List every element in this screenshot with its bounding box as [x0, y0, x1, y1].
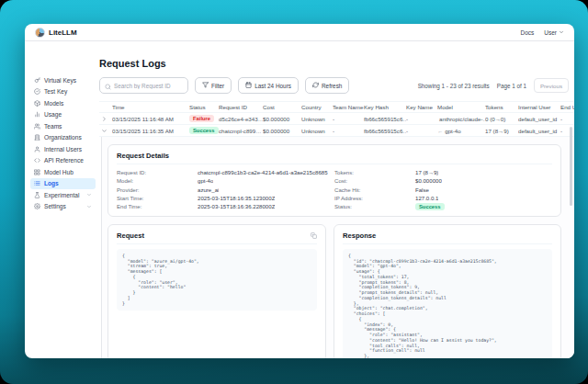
gear-icon [34, 203, 40, 209]
column-header-request-id: Request ID [219, 104, 263, 110]
column-header-model: Model [437, 104, 485, 110]
detail-field: Cost:$0.000000 [334, 177, 552, 184]
cell-team-name: - [333, 128, 364, 134]
column-header-cost: Cost [263, 104, 301, 110]
chevron-down-icon[interactable] [99, 128, 112, 134]
sidebar-item-virtual-keys[interactable]: Virtual Keys [30, 74, 96, 86]
code-icon [34, 157, 40, 164]
details-left-column: Request ID:chatcmpl-c899c1b3-ca2e-4214-a… [117, 169, 334, 209]
cell-model: ←gpt-4o [437, 128, 485, 134]
sidebar-item-label: Virtual Keys [44, 77, 76, 84]
detail-value: azure_ai [198, 186, 219, 193]
detail-field: End Time:2025-03-15T18:16:36.228000Z [117, 203, 334, 209]
copy-icon[interactable] [311, 232, 317, 239]
chevron-right-icon[interactable] [99, 116, 112, 122]
sidebar-item-settings[interactable]: Settings [30, 201, 96, 213]
user-menu[interactable]: User [544, 29, 564, 36]
cell-country: Unknown [301, 128, 333, 134]
request-details-title: Request Details [117, 152, 169, 160]
detail-label: Model: [117, 177, 198, 184]
brand-name: LiteLLM [49, 28, 77, 37]
time-range-button[interactable]: Last 24 Hours [238, 77, 299, 94]
refresh-button[interactable]: Refresh [305, 77, 349, 94]
detail-value: gpt-4o [198, 177, 213, 184]
sidebar-item-api-reference[interactable]: API Reference [30, 155, 96, 167]
main-content: Request Logs Filter Last 24 Hours [99, 41, 574, 358]
litellm-logo [35, 28, 45, 38]
sidebar-item-experimental[interactable]: Experimental [30, 189, 96, 201]
sidebar-item-test-key[interactable]: Test Key [30, 86, 96, 98]
flask-icon [34, 192, 40, 198]
results-count: Showing 1 - 23 of 23 results [418, 83, 490, 89]
response-panel-title: Response [343, 232, 376, 240]
search-icon [105, 77, 111, 94]
sidebar-item-models[interactable]: Models [30, 97, 96, 109]
search-box[interactable] [99, 77, 188, 94]
sidebar-item-label: Settings [44, 203, 66, 209]
detail-field: Tokens:17 (8→9) [334, 169, 552, 175]
detail-value: $0.000000 [415, 177, 442, 184]
bar-chart-icon [34, 111, 40, 118]
cell-key-hash: fb66c565915c6… [364, 128, 406, 134]
cell-request-id: chatcmpl-c899… [219, 128, 263, 134]
cell-key-hash: fb66c565915c6… [364, 116, 406, 122]
user-icon [34, 146, 40, 152]
cell-cost: $0.000000 [263, 128, 301, 134]
detail-field: Request ID:chatcmpl-c899c1b3-ca2e-4214-a… [117, 169, 334, 175]
cell-tokens: 0 (0→0) [485, 116, 518, 122]
details-right-column: Tokens:17 (8→9)Cost:$0.000000Cache Hit:F… [334, 169, 552, 209]
detail-label: Status: [334, 203, 415, 209]
pagination: Showing 1 - 23 of 23 results Page 1 of 1… [418, 78, 569, 93]
column-header-status: Status [189, 104, 219, 110]
table-row[interactable]: 03/15/2025 11:16:35 AMSuccesschatcmpl-c8… [99, 125, 574, 137]
detail-label: Request ID: [117, 169, 198, 175]
sidebar-item-teams[interactable]: Teams [30, 120, 96, 132]
cell-internal-user: default_user_id [518, 116, 560, 122]
cell-cost: $0.000000 [263, 116, 301, 122]
badge-check-icon [34, 88, 40, 95]
logs-table: TimeStatusRequest IDCostCountryTeam Name… [99, 101, 574, 137]
key-icon [34, 77, 40, 84]
logs-icon [34, 180, 40, 186]
sidebar-item-label: Logs [44, 180, 59, 186]
sidebar-item-logs[interactable]: Logs [30, 178, 96, 190]
page-title: Request Logs [99, 58, 574, 69]
filter-label: Filter [211, 83, 224, 89]
cell-request-id: d5c26ce4-e343… [219, 116, 263, 122]
users-icon [34, 123, 40, 130]
sidebar-item-model-hub[interactable]: Model Hub [30, 166, 96, 178]
response-panel: Response { "id": "chatcmpl-c899c1b3-ca2e… [334, 224, 561, 358]
calendar-icon [245, 82, 252, 89]
detail-value: 2025-03-15T18:16:35.123000Z [198, 195, 275, 201]
detail-value: chatcmpl-c899c1b3-ca2e-4214-a6d1-a3ae215… [198, 169, 328, 175]
sidebar-item-usage[interactable]: Usage [30, 109, 96, 121]
request-panel-title: Request [117, 232, 144, 240]
cell-time: 03/15/2025 11:16:35 AM [112, 128, 189, 134]
screenshot-stage: LiteLLM Docs User Virtual KeysTest KeyMo… [0, 0, 588, 384]
filter-icon [202, 82, 209, 89]
column-header-end-user: End User [560, 104, 574, 110]
detail-label: IP Address: [334, 195, 415, 201]
sidebar-nav: Virtual KeysTest KeyModelsUsageTeamsOrga… [25, 41, 99, 358]
search-input[interactable] [114, 83, 183, 89]
previous-page-button[interactable]: Previous [534, 78, 569, 93]
refresh-label: Refresh [322, 83, 342, 89]
detail-value: 127.0.0.1 [415, 195, 438, 201]
chevron-down-icon [86, 192, 92, 198]
column-header-key-hash: Key Hash [364, 104, 406, 110]
cell-time: 03/15/2025 11:16:48 AM [112, 116, 189, 122]
sidebar-item-internal-users[interactable]: Internal Users [30, 143, 96, 155]
status-badge: Failure [189, 115, 219, 122]
sidebar-item-organizations[interactable]: Organizations [30, 132, 96, 144]
user-menu-label: User [544, 29, 557, 36]
scrollbar-thumb[interactable] [570, 127, 572, 206]
cell-internal-user: default_user_id [518, 128, 560, 134]
sidebar-item-label: Experimental [44, 192, 79, 198]
detail-value: Success [415, 203, 445, 210]
filter-button[interactable]: Filter [195, 77, 232, 94]
sidebar-item-label: Model Hub [44, 169, 74, 175]
docs-link[interactable]: Docs [520, 29, 534, 36]
log-controls: Filter Last 24 Hours Refresh Showing 1 -… [99, 77, 574, 94]
table-row[interactable]: 03/15/2025 11:16:48 AMFailured5c26ce4-e3… [99, 113, 574, 125]
expanded-log-detail: Request Details Request ID:chatcmpl-c899… [101, 137, 574, 358]
